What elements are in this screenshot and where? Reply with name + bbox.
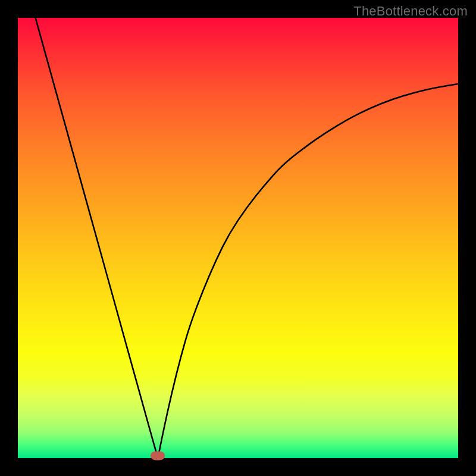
left-branch-path	[36, 18, 158, 458]
watermark-text: TheBottleneck.com	[353, 4, 468, 19]
plot-area	[18, 18, 458, 458]
optimum-marker	[151, 452, 165, 461]
right-branch-path	[158, 84, 458, 458]
curve-svg	[18, 18, 458, 458]
chart-frame: TheBottleneck.com	[0, 0, 476, 476]
